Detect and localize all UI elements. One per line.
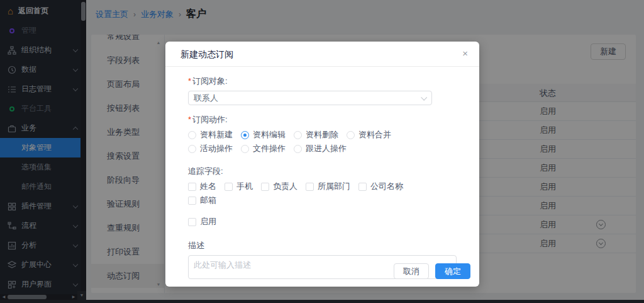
modal-footer: 取消 确定 [394,263,470,279]
cancel-button[interactable]: 取消 [394,263,429,279]
checkbox-icon [188,183,196,191]
radio-label: 资料合并 [358,129,391,140]
required-asterisk: * [188,115,191,124]
radio-icon [241,145,249,153]
radio-option-merge[interactable]: 资料合并 [347,129,391,140]
checkbox-option-name[interactable]: 姓名 [188,181,216,192]
textarea-placeholder: 此处可输入描述 [194,260,251,270]
radio-option-create[interactable]: 资料新建 [188,129,233,140]
enable-row: 启用 [188,216,457,227]
radio-label: 跟进人操作 [306,143,347,154]
checkbox-option-department[interactable]: 所属部门 [306,181,350,192]
checkbox-icon [306,183,314,191]
checkbox-label: 手机 [236,181,253,192]
checkbox-label: 姓名 [200,181,216,192]
radio-option-edit[interactable]: 资料编辑 [241,129,286,140]
radio-label: 资料删除 [306,129,338,140]
radio-label: 活动操作 [200,143,233,154]
radio-icon [294,145,302,153]
checkbox-icon [225,183,233,191]
subscribe-action-label: *订阅动作: [188,114,457,125]
checkbox-label: 所属部门 [318,181,350,192]
track-fields-checkbox-group: 姓名 手机 负责人 所属部门 公司名称 邮箱 [188,178,440,206]
checkbox-option-mobile[interactable]: 手机 [225,181,253,192]
new-dynamic-subscription-modal: 新建动态订阅 × *订阅对象: 联系人 *订阅动作: 资料新建 资料编辑 资料删… [165,42,479,287]
subscribe-action-radio-group: 资料新建 资料编辑 资料删除 资料合并 活动操作 文件操作 跟进人操作 [188,127,440,154]
radio-label: 资料编辑 [253,129,286,140]
radio-label: 资料新建 [200,129,233,140]
modal-body: *订阅对象: 联系人 *订阅动作: 资料新建 资料编辑 资料删除 资料合并 活动… [165,67,479,279]
subscribe-object-label: *订阅对象: [188,76,457,87]
radio-selected-icon [241,131,249,139]
close-icon[interactable]: × [462,48,468,59]
modal-header: 新建动态订阅 × [165,42,479,67]
radio-option-activity[interactable]: 活动操作 [188,143,233,154]
checkbox-label: 公司名称 [370,181,403,192]
checkbox-icon [261,183,269,191]
checkbox-icon [188,218,196,226]
track-fields-label: 追踪字段: [188,166,457,177]
required-asterisk: * [188,76,191,86]
checkbox-icon [358,183,367,191]
checkbox-label: 启用 [200,216,216,227]
radio-option-follower[interactable]: 跟进人操作 [294,143,347,154]
checkbox-icon [188,197,196,205]
checkbox-label: 邮箱 [200,195,216,206]
enable-checkbox[interactable]: 启用 [188,216,448,227]
checkbox-label: 负责人 [273,181,297,192]
radio-icon [347,131,355,139]
radio-icon [294,131,302,139]
radio-icon [188,145,196,153]
radio-icon [188,131,196,139]
radio-label: 文件操作 [253,143,286,154]
confirm-button[interactable]: 确定 [435,263,470,279]
radio-option-file[interactable]: 文件操作 [241,143,286,154]
subscribe-object-select[interactable]: 联系人 [188,91,432,105]
modal-title: 新建动态订阅 [180,49,233,60]
checkbox-option-owner[interactable]: 负责人 [261,181,297,192]
select-value: 联系人 [194,93,218,103]
app-root: ⌂ 返回首页 管理 组织结构 数据 日志管理 [0,0,644,303]
chevron-down-icon [421,94,427,101]
description-label: 描述 [188,240,457,251]
radio-option-delete[interactable]: 资料删除 [294,129,338,140]
checkbox-option-company[interactable]: 公司名称 [358,181,403,192]
checkbox-option-email[interactable]: 邮箱 [188,195,216,206]
